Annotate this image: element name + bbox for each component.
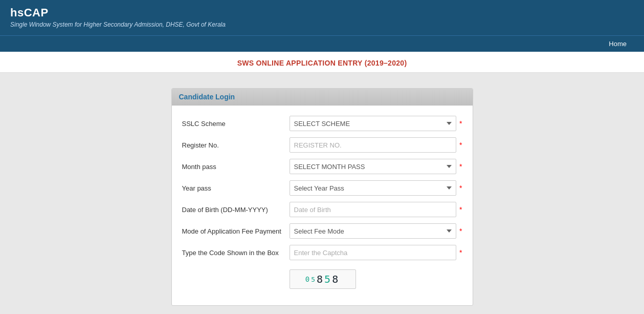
page-title: SWS ONLINE APPLICATION ENTRY (2019–2020) [237, 59, 407, 67]
candidate-login-card: Candidate Login SSLC Scheme SELECT SCHEM… [171, 88, 473, 306]
fee-mode-control: Select Fee Mode * [290, 223, 462, 239]
year-pass-label: Year pass [182, 184, 290, 192]
card-body: SSLC Scheme SELECT SCHEME * Register No.… [172, 106, 473, 305]
navbar: Home [0, 35, 644, 52]
captcha-image: 0 5 8 5 8 [290, 269, 356, 289]
dob-input[interactable] [290, 202, 457, 217]
sslc-scheme-select[interactable]: SELECT SCHEME [290, 116, 457, 131]
dob-label: Date of Birth (DD-MM-YYYY) [182, 206, 290, 214]
sslc-scheme-row: SSLC Scheme SELECT SCHEME * [182, 116, 462, 131]
dob-required: * [459, 205, 462, 214]
month-pass-select[interactable]: SELECT MONTH PASS [290, 159, 457, 174]
card-header: Candidate Login [172, 89, 473, 106]
fee-mode-row: Mode of Application Fee Payment Select F… [182, 223, 462, 239]
captcha-char-5: 8 [332, 273, 340, 285]
captcha-char-4: 5 [324, 273, 332, 285]
fee-mode-select[interactable]: Select Fee Mode [290, 223, 457, 239]
month-pass-label: Month pass [182, 163, 290, 171]
register-no-input[interactable] [290, 137, 457, 153]
header: hsCAP Single Window System for Higher Se… [0, 0, 644, 35]
month-pass-control: SELECT MONTH PASS * [290, 159, 462, 174]
register-no-control: * [290, 137, 462, 153]
site-title: hsCAP [10, 6, 634, 19]
home-link[interactable]: Home [602, 36, 634, 52]
page-title-bar: SWS ONLINE APPLICATION ENTRY (2019–2020) [0, 52, 644, 73]
dob-control: * [290, 202, 462, 217]
captcha-input[interactable] [290, 245, 457, 260]
month-pass-row: Month pass SELECT MONTH PASS * [182, 159, 462, 174]
year-pass-control: Select Year Pass * [290, 180, 462, 196]
main-content: Candidate Login SSLC Scheme SELECT SCHEM… [0, 73, 644, 314]
sslc-scheme-control: SELECT SCHEME * [290, 116, 462, 131]
dob-row: Date of Birth (DD-MM-YYYY) * [182, 202, 462, 217]
captcha-image-row: 0 5 8 5 8 [182, 266, 462, 289]
site-subtitle: Single Window System for Higher Secondar… [10, 21, 634, 28]
captcha-char-3: 8 [317, 273, 324, 285]
month-pass-required: * [459, 162, 462, 171]
register-no-row: Register No. * [182, 137, 462, 153]
captcha-char-1: 0 [305, 275, 311, 283]
captcha-required: * [459, 248, 462, 257]
year-pass-row: Year pass Select Year Pass * [182, 180, 462, 196]
register-no-label: Register No. [182, 141, 290, 149]
year-pass-required: * [459, 184, 462, 192]
year-pass-select[interactable]: Select Year Pass [290, 180, 457, 196]
captcha-label: Type the Code Shown in the Box [182, 249, 290, 257]
card-heading: Candidate Login [179, 93, 235, 101]
fee-mode-label: Mode of Application Fee Payment [182, 227, 290, 235]
captcha-row: Type the Code Shown in the Box * [182, 245, 462, 260]
fee-mode-required: * [459, 227, 462, 235]
captcha-control: * [290, 245, 462, 260]
captcha-char-2: 5 [311, 276, 317, 283]
sslc-scheme-required: * [459, 119, 462, 128]
register-no-required: * [459, 141, 462, 149]
sslc-scheme-label: SSLC Scheme [182, 120, 290, 128]
